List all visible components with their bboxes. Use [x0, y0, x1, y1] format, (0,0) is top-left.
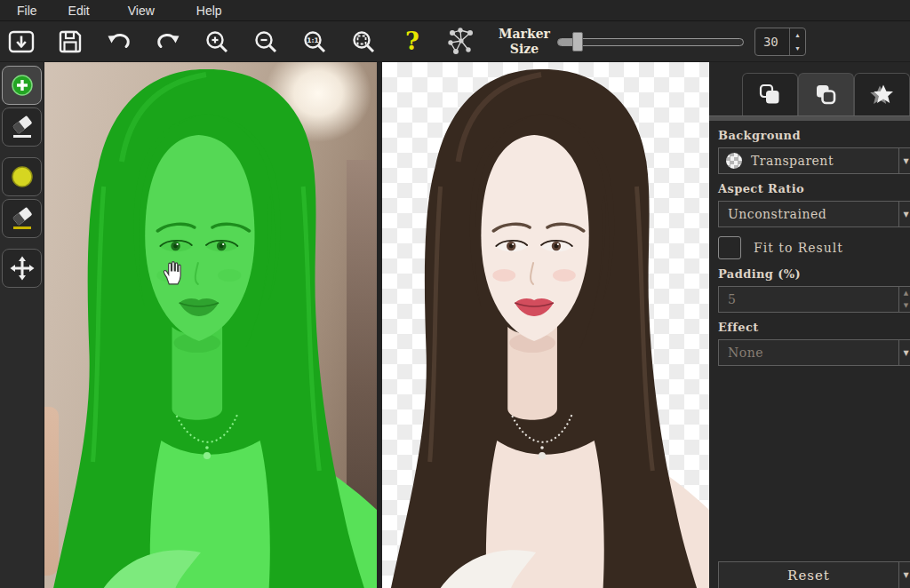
marker-size-slider[interactable] — [557, 31, 744, 52]
marker-size-spinbox: ▲ ▼ — [754, 28, 806, 56]
menu-bar: File Edit View Help — [0, 0, 910, 21]
padding-input — [719, 292, 898, 306]
redo-icon — [155, 30, 181, 53]
effect-value: None — [719, 346, 898, 360]
portrait-artwork — [44, 62, 377, 588]
effect-select: None ▼ — [718, 339, 910, 366]
transparent-swatch-icon — [726, 153, 742, 169]
menu-file[interactable]: File — [7, 2, 47, 20]
settings-panel: Background Transparent ▼ Aspect Ratio Un… — [709, 62, 910, 588]
zoom-out-button[interactable] — [249, 24, 283, 60]
toolbar: 1:1 ? — [0, 21, 910, 62]
step-up-icon[interactable]: ▲ — [790, 28, 805, 42]
redo-button[interactable] — [151, 24, 185, 60]
svg-text:1:1: 1:1 — [307, 36, 318, 44]
foreground-marker-tool[interactable] — [2, 66, 42, 105]
background-eraser-tool[interactable] — [2, 199, 42, 238]
padding-steppers: ▲ ▼ — [898, 287, 910, 312]
menu-edit[interactable]: Edit — [59, 2, 100, 20]
background-select[interactable]: Transparent ▼ — [718, 147, 910, 174]
foreground-eraser-tool[interactable] — [2, 107, 42, 147]
background-marker-tool[interactable] — [2, 157, 42, 196]
undo-button[interactable] — [102, 24, 136, 60]
masked-subject — [44, 62, 377, 588]
segmentation-net-icon — [445, 26, 477, 58]
tab-divider — [709, 115, 910, 121]
star-icon — [869, 83, 896, 107]
step-up-icon: ▲ — [899, 287, 910, 299]
segmentation-button[interactable] — [444, 24, 478, 60]
fit-to-result-row: Fit to Result — [718, 236, 910, 259]
fit-to-result-label: Fit to Result — [754, 241, 843, 255]
chevron-down-icon[interactable]: ▼ — [898, 148, 910, 173]
zoom-1to1-icon: 1:1 — [302, 29, 327, 54]
zoom-in-icon — [204, 29, 229, 54]
eraser-white-icon — [10, 115, 35, 139]
padding-spinbox: ▲ ▼ — [718, 286, 910, 313]
chevron-down-icon[interactable]: ▼ — [898, 202, 910, 226]
app-window: File Edit View Help — [0, 0, 910, 588]
yellow-circle-icon — [11, 165, 34, 188]
help-icon: ? — [405, 29, 419, 53]
tab-result-outline[interactable] — [798, 73, 854, 115]
reset-button[interactable]: Reset — [719, 562, 898, 588]
slider-handle[interactable] — [572, 32, 583, 52]
zoom-actual-size-button[interactable]: 1:1 — [298, 24, 331, 60]
copy-outline-icon — [814, 83, 838, 107]
chevron-down-icon: ▼ — [898, 340, 910, 365]
aspect-ratio-label: Aspect Ratio — [718, 182, 910, 195]
main-area: Background Transparent ▼ Aspect Ratio Un… — [0, 62, 910, 588]
move-arrows-icon — [10, 256, 35, 281]
undo-icon — [106, 30, 132, 53]
tool-sidebar — [0, 62, 44, 588]
zoom-fit-button[interactable] — [347, 24, 380, 60]
reset-dropdown-arrow[interactable]: ▼ — [898, 562, 910, 588]
portrait-artwork — [382, 62, 709, 588]
settings-tabs — [742, 73, 910, 115]
tab-favorites[interactable] — [854, 73, 910, 115]
marker-size-input[interactable] — [755, 28, 789, 55]
mask-canvas[interactable] — [44, 62, 377, 588]
zoom-out-icon — [253, 29, 278, 54]
zoom-in-button[interactable] — [200, 24, 234, 60]
tab-result-filled[interactable] — [742, 73, 798, 115]
move-tool[interactable] — [2, 249, 42, 288]
eraser-yellow-icon — [10, 206, 35, 231]
save-button[interactable] — [53, 24, 87, 60]
hand-cursor — [161, 259, 184, 286]
marker-size-label: Marker Size — [499, 27, 550, 55]
copy-filled-icon — [758, 83, 782, 107]
result-canvas[interactable] — [382, 62, 709, 588]
menu-view[interactable]: View — [118, 2, 164, 20]
result-subject — [382, 62, 709, 588]
aspect-ratio-select[interactable]: Unconstrained ▼ — [718, 201, 910, 227]
fit-to-result-checkbox[interactable] — [718, 236, 741, 259]
background-label: Background — [718, 129, 910, 142]
aspect-ratio-value: Unconstrained — [719, 207, 898, 221]
zoom-fit-icon — [351, 29, 376, 54]
import-button[interactable] — [4, 24, 38, 60]
slider-track[interactable] — [557, 38, 744, 46]
green-plus-circle-icon — [11, 74, 34, 97]
step-down-icon: ▼ — [899, 299, 910, 312]
import-icon — [8, 29, 35, 54]
effect-label: Effect — [718, 321, 910, 334]
help-button[interactable]: ? — [395, 24, 429, 60]
background-value: Transparent — [742, 154, 898, 168]
padding-label: Padding (%) — [718, 267, 910, 281]
save-icon — [58, 29, 83, 54]
step-down-icon[interactable]: ▼ — [790, 42, 805, 55]
reset-split-button: Reset ▼ — [718, 561, 910, 588]
menu-help[interactable]: Help — [187, 2, 232, 20]
marker-size-steppers: ▲ ▼ — [789, 28, 805, 55]
